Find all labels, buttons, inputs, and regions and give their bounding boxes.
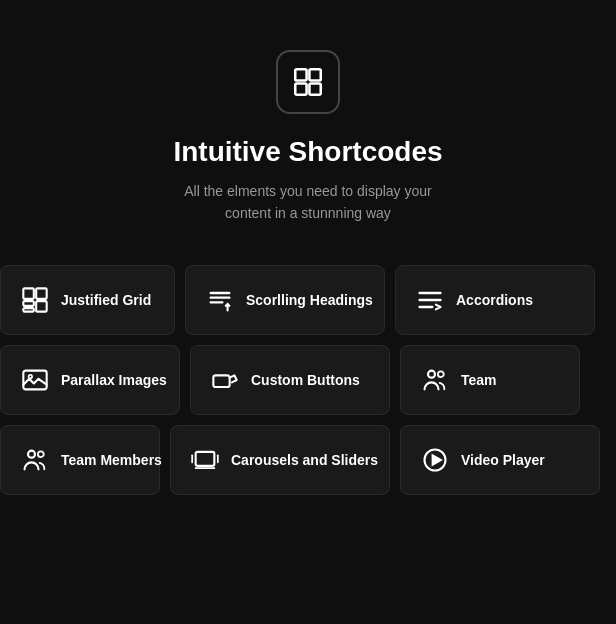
- svg-rect-2: [295, 83, 306, 94]
- svg-point-15: [428, 370, 435, 377]
- page-subtitle: All the elments you need to display your…: [184, 180, 431, 225]
- grid-item-label: Justified Grid: [61, 292, 151, 308]
- shortcodes-grid: Justified Grid Scorlling Headings: [0, 265, 616, 495]
- image-icon: [21, 366, 49, 394]
- svg-rect-4: [23, 288, 33, 299]
- grid-item-team-members[interactable]: Team Members: [0, 425, 160, 495]
- carousel-icon: [191, 446, 219, 474]
- team-icon: [421, 366, 449, 394]
- grid-item-scrolling-headings[interactable]: Scorlling Headings: [185, 265, 385, 335]
- svg-rect-6: [23, 301, 33, 306]
- page-title: Intuitive Shortcodes: [173, 136, 442, 168]
- grid-item-video-player[interactable]: Video Player: [400, 425, 600, 495]
- cursor-icon: [211, 366, 239, 394]
- video-icon: [421, 446, 449, 474]
- grid-row-3: Team Members Carousels and Sliders: [0, 425, 616, 495]
- svg-rect-14: [213, 375, 229, 387]
- grid-item-parallax-images[interactable]: Parallax Images: [0, 345, 180, 415]
- svg-rect-19: [196, 452, 215, 466]
- svg-rect-8: [36, 301, 46, 312]
- accordions-label: Accordions: [456, 292, 533, 308]
- svg-point-18: [38, 451, 44, 457]
- svg-point-17: [28, 450, 35, 457]
- page-container: Intuitive Shortcodes All the elments you…: [0, 0, 616, 624]
- text-icon: [206, 286, 234, 314]
- grid-item-carousels-sliders[interactable]: Carousels and Sliders: [170, 425, 390, 495]
- grid-item-accordions[interactable]: Accordions: [395, 265, 595, 335]
- team-members-label: Team Members: [61, 452, 162, 468]
- parallax-images-label: Parallax Images: [61, 372, 167, 388]
- accordion-icon: [416, 286, 444, 314]
- grid-row-2: Parallax Images Custom Buttons: [0, 345, 616, 415]
- svg-rect-5: [36, 288, 46, 299]
- svg-marker-24: [433, 455, 441, 464]
- team-partial-label: Team: [461, 372, 497, 388]
- grid-item-justified-grid[interactable]: Justified Grid: [0, 265, 175, 335]
- svg-point-16: [438, 371, 444, 377]
- svg-rect-7: [23, 308, 33, 312]
- carousels-sliders-label: Carousels and Sliders: [231, 452, 378, 468]
- team-members-icon: [21, 446, 49, 474]
- grid-item-custom-buttons[interactable]: Custom Buttons: [190, 345, 390, 415]
- shortcodes-icon: [291, 65, 325, 99]
- grid-item-team-partial[interactable]: Team: [400, 345, 580, 415]
- svg-rect-1: [309, 69, 320, 80]
- grid-icon: [21, 286, 49, 314]
- video-player-label: Video Player: [461, 452, 545, 468]
- svg-rect-0: [295, 69, 306, 80]
- scrolling-headings-label: Scorlling Headings: [246, 292, 373, 308]
- svg-rect-3: [309, 83, 320, 94]
- svg-point-13: [29, 375, 32, 379]
- header-icon-box: [276, 50, 340, 114]
- custom-buttons-label: Custom Buttons: [251, 372, 360, 388]
- grid-row-1: Justified Grid Scorlling Headings: [0, 265, 616, 335]
- header-section: Intuitive Shortcodes All the elments you…: [173, 0, 442, 265]
